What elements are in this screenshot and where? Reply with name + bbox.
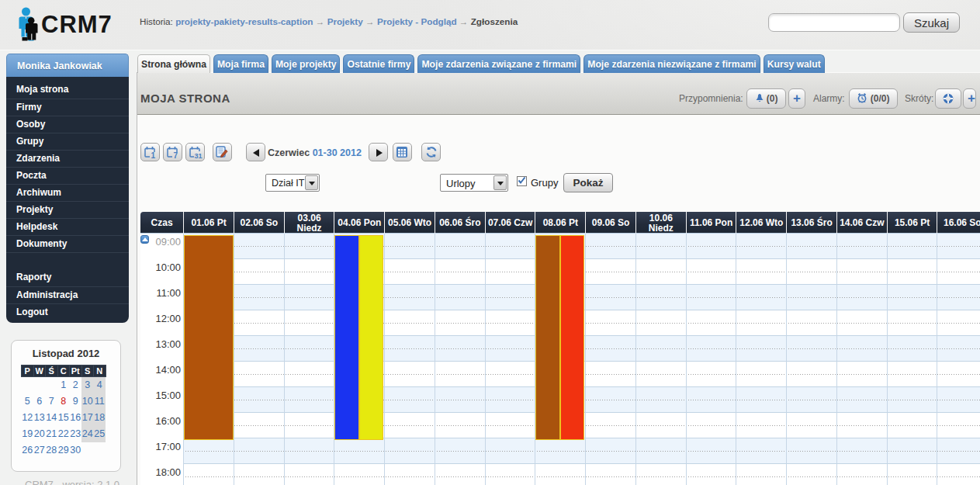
svg-text:7: 7 <box>174 151 178 160</box>
svg-text:1: 1 <box>151 151 156 160</box>
svg-text:31: 31 <box>195 152 203 160</box>
